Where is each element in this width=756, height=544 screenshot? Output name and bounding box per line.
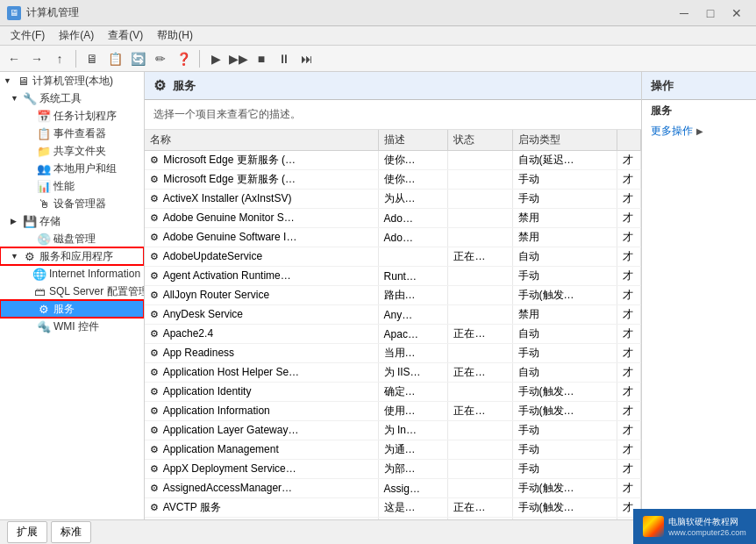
tab-expand[interactable]: 扩展 xyxy=(7,521,47,543)
tree-item-system-tools[interactable]: ▼ 🔧 系统工具 xyxy=(0,89,144,107)
table-row[interactable]: ⚙ Apache2.4 Apac… 正在… 自动 才 xyxy=(145,325,641,344)
panel-title: 服务 xyxy=(173,78,196,94)
col-name[interactable]: 名称 xyxy=(145,130,378,151)
table-row[interactable]: ⚙ Adobe Genuine Monitor S… Ado… 禁用 才 xyxy=(145,209,641,228)
service-name-cell: ⚙ Adobe Genuine Software I… xyxy=(145,228,378,247)
tree-item-shared-folders[interactable]: ▶ 📁 共享文件夹 xyxy=(0,142,144,160)
tree-item-sql-config[interactable]: ▶ 🗃 SQL Server 配置管理器 xyxy=(0,283,144,300)
action-more-operations[interactable]: 更多操作 ▶ xyxy=(642,120,756,142)
table-row[interactable]: ⚙ Agent Activation Runtime… Runt… 手动 才 xyxy=(145,267,641,286)
tree-item-storage[interactable]: ▶ 💾 存储 xyxy=(0,212,144,230)
menu-file[interactable]: 文件(F) xyxy=(4,26,52,45)
tree-item-root[interactable]: ▼ 🖥 计算机管理(本地) xyxy=(0,72,144,89)
service-icon: ⚙ xyxy=(148,386,160,398)
title-bar-left: 🖥 计算机管理 xyxy=(7,5,79,20)
table-row[interactable]: ⚙ App Readiness 当用… 手动 才 xyxy=(145,344,641,363)
panel-description: 选择一个项目来查看它的描述。 xyxy=(145,100,641,130)
table-row[interactable]: ⚙ Background Intelligent Tra… 使用… 手动 才 xyxy=(145,518,641,520)
tree-item-services-apps[interactable]: ▼ ⚙ 服务和应用程序 xyxy=(0,247,144,265)
tree-item-iis[interactable]: ▶ 🌐 Internet Information Se... xyxy=(0,265,144,283)
service-startup-cell: 手动(触发… xyxy=(512,498,617,518)
service-status-cell xyxy=(448,305,512,325)
table-row[interactable]: ⚙ AppX Deployment Service… 为部… 手动 才 xyxy=(145,460,641,479)
stop-button[interactable]: ■ xyxy=(251,48,272,69)
table-row[interactable]: ⚙ AllJoyn Router Service 路由… 手动(触发… 才 xyxy=(145,286,641,305)
service-extra-cell: 才 xyxy=(617,247,641,267)
service-desc-cell: 这是… xyxy=(378,498,448,518)
close-button[interactable]: ✕ xyxy=(724,4,749,22)
table-row[interactable]: ⚙ Adobe Genuine Software I… Ado… 禁用 才 xyxy=(145,228,641,247)
service-status-cell xyxy=(448,518,512,520)
start-button[interactable]: ▶ xyxy=(205,48,226,69)
table-row[interactable]: ⚙ AVCTP 服务 这是… 正在… 手动(触发… 才 xyxy=(145,498,641,518)
table-row[interactable]: ⚙ Application Identity 确定… 手动(触发… 才 xyxy=(145,383,641,402)
service-name-cell: ⚙ Application Information xyxy=(145,402,378,421)
table-row[interactable]: ⚙ Application Layer Gateway… 为 In… 手动 才 xyxy=(145,421,641,440)
show-hide-button[interactable]: 🖥 xyxy=(82,48,103,69)
menu-view[interactable]: 查看(V) xyxy=(101,26,150,45)
col-desc[interactable]: 描述 xyxy=(378,130,448,151)
window-controls[interactable]: ─ □ ✕ xyxy=(672,4,749,22)
menu-bar: 文件(F) 操作(A) 查看(V) 帮助(H) xyxy=(0,26,756,46)
service-status-cell xyxy=(448,151,512,170)
service-desc-cell: Assig… xyxy=(378,479,448,498)
service-startup-cell: 手动(触发… xyxy=(512,402,617,421)
action-label: 更多操作 xyxy=(651,124,693,139)
refresh-button[interactable]: 🔄 xyxy=(127,48,148,69)
service-extra-cell: 才 xyxy=(617,479,641,498)
toolbar-separator-1 xyxy=(75,50,76,68)
services-list: ⚙ Microsoft Edge 更新服务 (… 使你… 自动(延迟… 才 ⚙ … xyxy=(145,151,641,520)
export-button[interactable]: ✏ xyxy=(150,48,171,69)
up-button[interactable]: ↑ xyxy=(49,48,70,69)
services-table-area[interactable]: 名称 描述 状态 启动类型 ⚙ Microsoft Edge 更新服务 (… 使… xyxy=(145,130,641,519)
minimize-button[interactable]: ─ xyxy=(672,4,696,22)
service-icon: ⚙ xyxy=(37,302,51,316)
table-row[interactable]: ⚙ AnyDesk Service Any… 禁用 才 xyxy=(145,305,641,325)
table-row[interactable]: ⚙ Application Management 为通… 手动 才 xyxy=(145,440,641,460)
service-desc-cell xyxy=(378,247,448,267)
menu-help[interactable]: 帮助(H) xyxy=(150,26,200,45)
service-extra-cell: 才 xyxy=(617,305,641,325)
resume-button[interactable]: ▶▶ xyxy=(228,48,249,69)
table-row[interactable]: ⚙ Microsoft Edge 更新服务 (… 使你… 手动 才 xyxy=(145,170,641,190)
service-extra-cell: 才 xyxy=(617,286,641,305)
tree-item-wmi[interactable]: ▶ 🔩 WMI 控件 xyxy=(0,318,144,335)
help-button[interactable]: ❓ xyxy=(173,48,194,69)
tree-item-disk-management[interactable]: ▶ 💿 磁盘管理 xyxy=(0,230,144,247)
service-extra-cell: 才 xyxy=(617,209,641,228)
restart-button[interactable]: ⏭ xyxy=(296,48,317,69)
service-desc-cell: Ado… xyxy=(378,228,448,247)
service-startup-cell: 禁用 xyxy=(512,228,617,247)
tab-standard[interactable]: 标准 xyxy=(51,521,91,543)
tree-label: 性能 xyxy=(53,179,75,194)
maximize-button[interactable]: □ xyxy=(698,4,723,22)
expand-arrow: ▼ xyxy=(4,76,14,85)
tree-item-services[interactable]: ▶ ⚙ 服务 xyxy=(0,300,144,318)
back-button[interactable]: ← xyxy=(4,48,25,69)
service-name-cell: ⚙ Application Identity xyxy=(145,383,378,402)
tree-item-task-scheduler[interactable]: ▶ 📅 任务计划程序 xyxy=(0,107,144,125)
table-row[interactable]: ⚙ Application Information 使用… 正在… 手动(触发…… xyxy=(145,402,641,421)
col-startup[interactable]: 启动类型 xyxy=(512,130,617,151)
col-extra[interactable] xyxy=(617,130,641,151)
service-icon: ⚙ xyxy=(148,193,160,205)
service-status-cell xyxy=(448,440,512,460)
forward-button[interactable]: → xyxy=(26,48,47,69)
table-row[interactable]: ⚙ ActiveX Installer (AxInstSV) 为从… 手动 才 xyxy=(145,190,641,209)
service-status-cell xyxy=(448,286,512,305)
service-status-cell xyxy=(448,228,512,247)
tree-item-local-users[interactable]: ▶ 👥 本地用户和组 xyxy=(0,160,144,177)
service-icon: ⚙ xyxy=(148,405,160,418)
properties-button[interactable]: 📋 xyxy=(104,48,125,69)
table-row[interactable]: ⚙ Microsoft Edge 更新服务 (… 使你… 自动(延迟… 才 xyxy=(145,151,641,170)
col-status[interactable]: 状态 xyxy=(448,130,512,151)
tree-item-event-viewer[interactable]: ▶ 📋 事件查看器 xyxy=(0,125,144,142)
table-row[interactable]: ⚙ Application Host Helper Se… 为 IIS… 正在…… xyxy=(145,363,641,383)
table-row[interactable]: ⚙ AdobeUpdateService 正在… 自动 才 xyxy=(145,247,641,267)
tree-item-device-manager[interactable]: ▶ 🖱 设备管理器 xyxy=(0,195,144,212)
table-row[interactable]: ⚙ AssignedAccessManager… Assig… 手动(触发… 才 xyxy=(145,479,641,498)
pause-button[interactable]: ⏸ xyxy=(274,48,295,69)
menu-action[interactable]: 操作(A) xyxy=(52,26,101,45)
tree-label: 任务计划程序 xyxy=(53,109,117,124)
tree-item-performance[interactable]: ▶ 📊 性能 xyxy=(0,177,144,195)
